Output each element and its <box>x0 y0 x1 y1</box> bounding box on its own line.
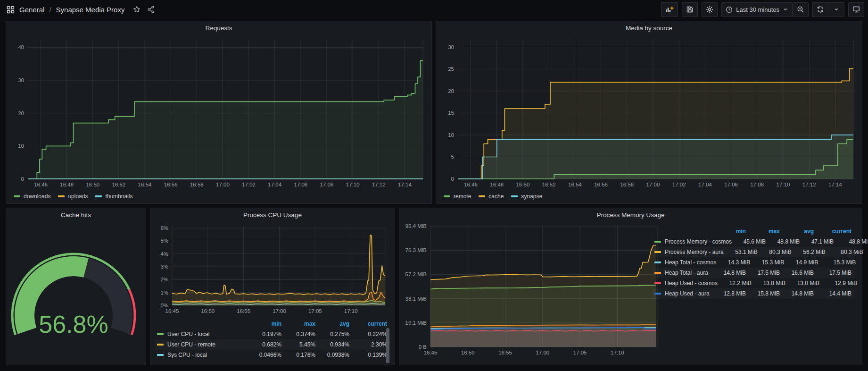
kiosk-mode-button[interactable] <box>848 2 864 17</box>
legend-table-row[interactable]: Heap Total - cosmos14.3 MiB15.3 MiB14.9 … <box>653 257 855 268</box>
media-chart[interactable]: 05101520253016:4616:4816:5016:5216:5416:… <box>441 35 858 189</box>
stat-value: 15.3 MiB <box>750 259 784 266</box>
legend-table-row[interactable]: Heap Used - cosmos12.2 MiB13.8 MiB13.0 M… <box>653 278 855 288</box>
legend-chip <box>654 241 661 243</box>
refresh-button[interactable] <box>812 2 828 17</box>
legend-item-remote[interactable]: remote <box>444 193 471 200</box>
stat-value: 0.176% <box>281 352 315 358</box>
panel-title-memory[interactable]: Process Memory Usage <box>399 208 862 221</box>
series-name[interactable]: Heap Used - aura <box>654 290 712 297</box>
stat-value: 5.45% <box>281 341 315 348</box>
series-name[interactable]: Sys CPU - local <box>157 352 248 358</box>
zoom-out-icon <box>797 6 804 13</box>
panel-title-media[interactable]: Media by source <box>436 21 862 34</box>
share-icon[interactable] <box>147 6 155 13</box>
stat-value: 14.3 MiB <box>716 259 750 266</box>
x-tick-label: 17:05 <box>573 350 587 355</box>
series-name[interactable]: Process Memory - cosmos <box>654 238 732 245</box>
legend-table-row[interactable]: Process Memory - aura53.1 MiB80.3 MiB56.… <box>653 247 855 257</box>
series-name[interactable]: User CPU - local <box>157 331 248 337</box>
stat-value: 53.1 MiB <box>724 249 758 255</box>
legend-table-header-min[interactable]: min <box>712 228 746 235</box>
legend-table-row[interactable]: Heap Used - aura12.8 MiB15.8 MiB14.8 MiB… <box>653 288 855 299</box>
x-tick-label: 17:00 <box>536 350 549 355</box>
x-tick-label: 16:58 <box>190 182 204 187</box>
x-tick-label: 17:00 <box>646 182 660 187</box>
save-dashboard-button[interactable] <box>682 2 698 17</box>
series-name[interactable]: Heap Total - cosmos <box>654 259 716 266</box>
legend-table-header-max[interactable]: max <box>281 320 315 327</box>
apps-grid-icon[interactable] <box>7 6 15 14</box>
legend-item-uploads[interactable]: uploads <box>58 193 88 200</box>
x-tick-label: 16:48 <box>60 182 74 187</box>
time-range-picker[interactable]: Last 30 minutes <box>721 2 793 17</box>
star-icon[interactable] <box>133 6 141 13</box>
y-tick-label: 15 <box>448 110 454 116</box>
y-tick-label: 20 <box>18 110 24 116</box>
refresh-interval-dropdown[interactable] <box>828 2 844 17</box>
legend-table-header: minmaxavgcurrent <box>155 319 391 329</box>
legend-table-row[interactable]: Process Memory - cosmos45.6 MiB48.8 MiB4… <box>653 236 855 247</box>
legend-table-header-max[interactable]: max <box>746 228 780 235</box>
series-fill-User CPU - remote <box>172 235 385 305</box>
x-tick-label: 16:55 <box>237 308 250 314</box>
legend-table-header-current[interactable]: current <box>814 228 851 235</box>
panel-title-cpu[interactable]: Process CPU Usage <box>150 208 395 221</box>
legend-item-downloads[interactable]: downloads <box>14 193 50 200</box>
legend-table-row[interactable]: User CPU - local0.197%0.374%0.275%0.224% <box>155 329 391 339</box>
stat-value: 17.5 MiB <box>814 270 851 276</box>
series-name[interactable]: Heap Total - aura <box>654 270 712 276</box>
x-tick-label: 16:50 <box>516 182 530 187</box>
panel-title-requests[interactable]: Requests <box>6 21 431 34</box>
requests-chart[interactable]: 01020304016:4616:4816:5016:5216:5416:561… <box>11 35 428 189</box>
y-tick-label: 38.1 MiB <box>405 296 427 302</box>
legend-label: remote <box>454 193 471 200</box>
stat-value: 16.6 MiB <box>780 270 814 276</box>
breadcrumb-dashboard-title[interactable]: Synapse Media Proxy <box>56 6 125 14</box>
legend-chip <box>444 195 450 197</box>
legend-table-header-avg[interactable]: avg <box>315 320 349 327</box>
legend-item-thumbnails[interactable]: thumbnails <box>95 193 132 200</box>
x-tick-label: 17:10 <box>777 182 790 187</box>
dashboard-settings-button[interactable] <box>702 2 718 17</box>
stat-value: 48.8 MiB <box>834 238 868 245</box>
add-panel-button[interactable] <box>661 2 678 17</box>
stat-value: 14.8 MiB <box>780 290 814 297</box>
series-name[interactable]: Process Memory - aura <box>654 249 724 255</box>
legend-table-header-min[interactable]: min <box>248 320 281 327</box>
legend-item-cache[interactable]: cache <box>479 193 504 200</box>
stat-value: 0.934% <box>315 341 349 348</box>
media-legend: remotecachesynapse <box>444 193 542 200</box>
x-tick-label: 17:00 <box>273 308 286 314</box>
series-name[interactable]: Heap Used - cosmos <box>654 280 718 287</box>
x-tick-label: 16:48 <box>490 182 504 187</box>
stat-value: 56.2 MiB <box>792 249 826 255</box>
series-label: Heap Used - aura <box>665 290 710 297</box>
legend-table-row[interactable]: User CPU - remote0.682%5.45%0.934%2.30% <box>155 339 391 350</box>
legend-table-header-avg[interactable]: avg <box>780 228 814 235</box>
refresh-icon <box>817 6 824 13</box>
zoom-out-time-button[interactable] <box>793 2 809 17</box>
legend-table-header-current[interactable]: current <box>349 320 387 327</box>
stat-value: 15.8 MiB <box>746 290 780 297</box>
legend-item-synapse[interactable]: synapse <box>511 193 542 200</box>
panel-requests: Requests 01020304016:4616:4816:5016:5216… <box>6 21 432 204</box>
cpu-chart[interactable]: 0%1%2%3%4%5%6%16:4516:5016:5517:0017:051… <box>154 222 392 317</box>
series-fill-synapse <box>458 135 853 179</box>
x-tick-label: 17:10 <box>344 308 358 314</box>
chevron-down-icon <box>783 7 788 12</box>
y-tick-label: 10 <box>18 143 24 149</box>
memory-chart[interactable]: 0 B19.1 MiB38.1 MiB57.2 MiB76.3 MiB95.4 … <box>403 222 661 359</box>
x-tick-label: 16:54 <box>568 182 582 187</box>
legend-scrollbar[interactable] <box>386 328 389 363</box>
panel-title-cache-hits[interactable]: Cache hits <box>6 208 146 221</box>
breadcrumb-section[interactable]: General <box>19 6 44 14</box>
legend-label: thumbnails <box>105 193 132 200</box>
stat-value: 0.197% <box>248 331 281 337</box>
series-name[interactable]: User CPU - remote <box>157 341 248 348</box>
legend-table-row[interactable]: Sys CPU - local0.0466%0.176%0.0938%0.139… <box>155 350 391 360</box>
legend-table-row[interactable]: Heap Total - aura14.8 MiB17.5 MiB16.6 Mi… <box>653 268 855 278</box>
stat-value: 17.5 MiB <box>746 270 780 276</box>
y-tick-label: 4% <box>160 251 168 257</box>
legend-chip <box>58 195 65 197</box>
